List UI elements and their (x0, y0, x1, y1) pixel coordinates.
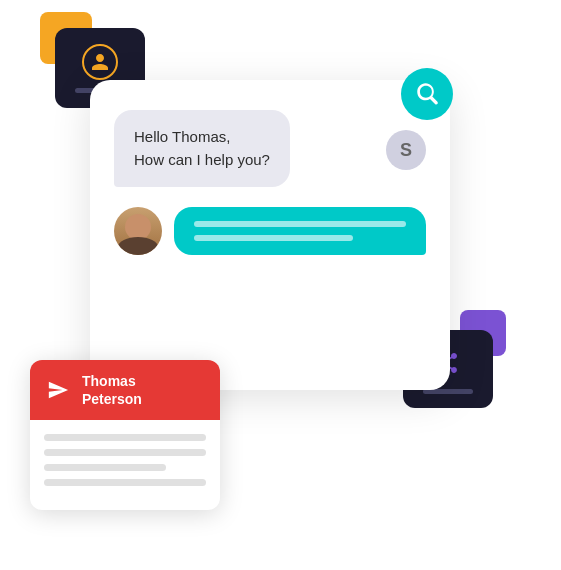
contact-line-4 (44, 479, 206, 486)
user-icon (90, 52, 110, 72)
contact-line-3 (44, 464, 166, 471)
user-avatar-photo (114, 207, 162, 255)
avatar-body (118, 237, 158, 255)
contact-line-2 (44, 449, 206, 456)
teal-search-circle (401, 68, 453, 120)
search-icon (414, 81, 440, 107)
bot-message-text: Hello Thomas,How can I help you? (134, 126, 270, 171)
contact-name: ThomasPeterson (82, 372, 142, 408)
contact-card-header: ThomasPeterson (30, 360, 220, 420)
bot-avatar: S (386, 130, 426, 170)
user-bubble-line-2 (194, 235, 353, 241)
user-message-bubble (174, 207, 426, 255)
illustration-scene: Hello Thomas,How can I help you? S (0, 0, 561, 570)
contact-line-1 (44, 434, 206, 441)
chat-card: Hello Thomas,How can I help you? S (90, 80, 450, 390)
user-message-row (114, 207, 426, 255)
send-arrow-icon (47, 379, 69, 401)
contact-card: ThomasPeterson (30, 360, 220, 510)
arrow-icon (44, 376, 72, 404)
bot-message-bubble: Hello Thomas,How can I help you? (114, 110, 290, 187)
user-bubble-line-1 (194, 221, 406, 227)
user-icon-circle (82, 44, 118, 80)
contact-card-body (30, 420, 220, 500)
